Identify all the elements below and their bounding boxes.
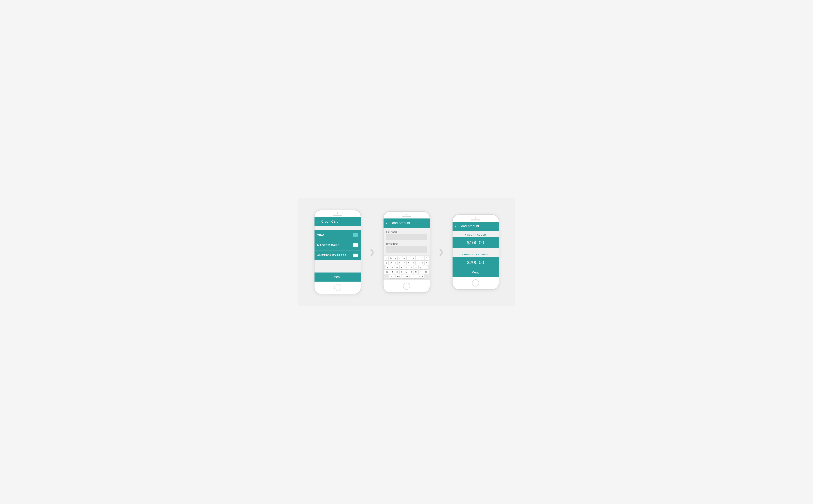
- phone-3-menu-bar[interactable]: Menu: [453, 268, 499, 277]
- key-h[interactable]: H: [409, 265, 414, 269]
- key-o[interactable]: O: [420, 261, 424, 265]
- phone-3-bottom: [453, 277, 499, 289]
- phone-1-top: [315, 210, 361, 217]
- key-kb[interactable]: KB: [396, 274, 401, 278]
- credit-card-label: Credit Card: [386, 243, 427, 245]
- amount-added-label: AMOUNT ADDED: [453, 231, 499, 237]
- scene: ‹ Credit Card VISA MASTER CARD AMERICA E…: [298, 198, 515, 306]
- key-v[interactable]: V: [404, 270, 409, 274]
- phone-2-back-icon[interactable]: ‹: [386, 221, 388, 225]
- phone-1-card-list: VISA MASTER CARD AMERICA EXPRESS: [315, 226, 361, 273]
- key-excl[interactable]: !: [384, 256, 388, 260]
- key-dollar[interactable]: $: [398, 256, 402, 260]
- phone-1-home-btn[interactable]: [334, 284, 341, 291]
- key-t[interactable]: T: [402, 261, 406, 265]
- key-f[interactable]: F: [400, 265, 404, 269]
- key-star[interactable]: *: [416, 256, 420, 260]
- key-b[interactable]: B: [409, 270, 414, 274]
- keyboard-row-1: ! @ # $ % ^ & * ( ): [384, 256, 429, 260]
- key-c[interactable]: C: [400, 270, 404, 274]
- key-x[interactable]: X: [395, 270, 399, 274]
- phone-3-screen: ‹ Load Amount AMOUNT ADDED $100.00 CURRE…: [453, 222, 499, 277]
- amount-added-value: $100.00: [453, 237, 499, 248]
- phone-1-header: ‹ Credit Card: [315, 217, 361, 226]
- key-percent[interactable]: %: [402, 256, 406, 260]
- keyboard-row-4: CL Z X C V B N M BS: [384, 270, 429, 274]
- key-at[interactable]: @: [389, 256, 393, 260]
- credit-card-input[interactable]: [386, 246, 427, 253]
- key-q[interactable]: Q: [384, 261, 388, 265]
- phone-2-speaker: [402, 216, 411, 217]
- phone-2-title: Load Amount: [390, 221, 410, 225]
- key-p[interactable]: P: [425, 261, 429, 265]
- phone-1-menu-bar[interactable]: Menu: [315, 273, 361, 282]
- key-a[interactable]: A: [385, 265, 390, 269]
- key-g[interactable]: G: [404, 265, 409, 269]
- visa-icon: [353, 233, 358, 237]
- phone-1: ‹ Credit Card VISA MASTER CARD AMERICA E…: [314, 210, 361, 294]
- key-u[interactable]: U: [411, 261, 415, 265]
- key-m[interactable]: M: [419, 270, 423, 274]
- key-j[interactable]: J: [414, 265, 418, 269]
- phone-2-camera: [406, 214, 407, 215]
- phone-1-bottom: [315, 282, 361, 294]
- phone-1-camera: [337, 212, 338, 214]
- phone-3-speaker: [471, 219, 480, 220]
- key-d[interactable]: D: [395, 265, 399, 269]
- phone-3-camera: [475, 217, 476, 218]
- amex-icon: [353, 254, 358, 257]
- phone-2-form: Full Name Credit Card: [384, 228, 430, 253]
- result-spacer-1: [453, 248, 499, 251]
- key-r[interactable]: R: [398, 261, 402, 265]
- visa-card-item[interactable]: VISA: [315, 230, 361, 240]
- key-hash[interactable]: #: [393, 256, 397, 260]
- key-rparen[interactable]: ): [425, 256, 429, 260]
- key-e[interactable]: E: [393, 261, 397, 265]
- key-n[interactable]: N: [414, 270, 418, 274]
- key-dot[interactable]: .: [413, 274, 418, 278]
- phone-3-back-icon[interactable]: ‹: [455, 224, 457, 229]
- phone-2-screen: ‹ Load Amount Full Name Credit Card ! @ …: [384, 218, 430, 280]
- key-z[interactable]: Z: [390, 270, 395, 274]
- phone-1-back-icon[interactable]: ‹: [317, 219, 319, 224]
- phone-1-screen: ‹ Credit Card VISA MASTER CARD AMERICA E…: [315, 217, 361, 282]
- phone-3-home-btn[interactable]: [472, 279, 479, 287]
- key-lparen[interactable]: (: [420, 256, 424, 260]
- phone-1-speaker: [333, 215, 342, 216]
- phone-3: ‹ Load Amount AMOUNT ADDED $100.00 CURRE…: [452, 214, 499, 290]
- key-l[interactable]: L: [423, 265, 428, 269]
- current-balance-label: CURRENT BALANCE: [453, 251, 499, 257]
- mastercard-icon: [353, 243, 358, 247]
- key-w[interactable]: W: [389, 261, 393, 265]
- phone-3-header: ‹ Load Amount: [453, 222, 499, 231]
- key-y[interactable]: Y: [407, 261, 411, 265]
- mastercard-label: MASTER CARD: [317, 244, 340, 247]
- key-i[interactable]: I: [416, 261, 420, 265]
- key-space[interactable]: SPACE: [402, 274, 413, 278]
- key-bs[interactable]: BS: [423, 270, 429, 274]
- amex-label: AMERICA EXPRESS: [317, 254, 347, 257]
- full-name-input[interactable]: [386, 234, 427, 240]
- keyboard-row-3: A S D F G H J K L: [384, 265, 429, 269]
- keyboard-row-5: 1/2 KB SPACE . RTN: [384, 274, 429, 278]
- key-rtn[interactable]: RTN: [418, 274, 424, 278]
- current-balance-value: $200.00: [453, 257, 499, 268]
- amex-card-item[interactable]: AMERICA EXPRESS: [315, 250, 361, 260]
- key-half[interactable]: 1/2: [389, 274, 395, 278]
- phone-3-top: [453, 215, 499, 222]
- key-cl[interactable]: CL: [384, 270, 390, 274]
- key-k[interactable]: K: [419, 265, 423, 269]
- phone-2-home-btn[interactable]: [403, 283, 410, 290]
- phone-2-top: [384, 212, 430, 218]
- mastercard-card-item[interactable]: MASTER CARD: [315, 240, 361, 250]
- key-amp[interactable]: &: [411, 256, 415, 260]
- keyboard: ! @ # $ % ^ & * ( ) Q W E R T Y: [384, 255, 430, 280]
- key-caret[interactable]: ^: [407, 256, 411, 260]
- phone-2-header: ‹ Load Amount: [384, 218, 430, 228]
- phone-1-title: Credit Card: [321, 220, 339, 223]
- key-s[interactable]: S: [390, 265, 395, 269]
- phone-3-title: Load Amount: [459, 224, 479, 228]
- phone-1-spacer-bottom: [315, 261, 361, 273]
- result-section: AMOUNT ADDED $100.00 CURRENT BALANCE $20…: [453, 231, 499, 268]
- phone-1-spacer-top: [315, 226, 361, 230]
